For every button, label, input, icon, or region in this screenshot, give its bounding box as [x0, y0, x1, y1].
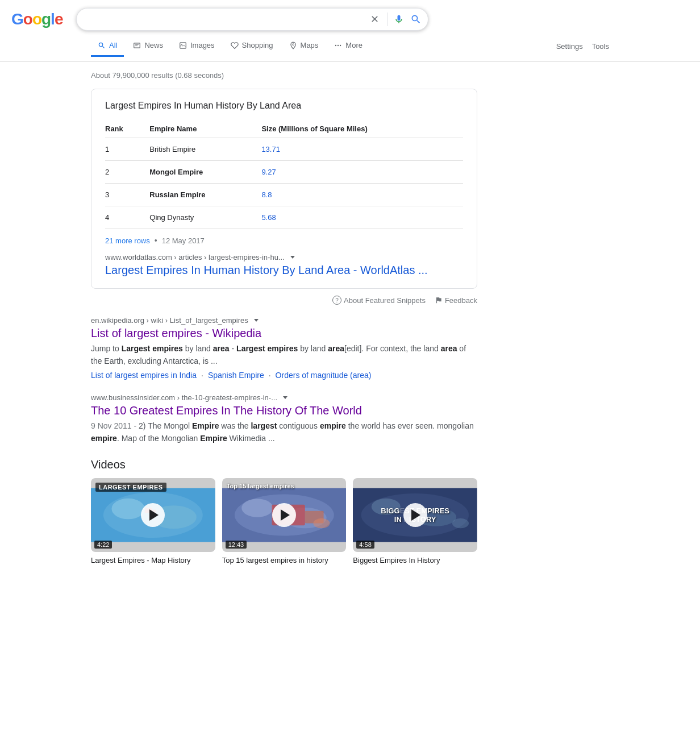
play-button[interactable]	[403, 503, 427, 527]
tab-news[interactable]: News	[126, 35, 170, 57]
cell-name: Qing Dynasty	[149, 206, 261, 229]
snippet-date: 12 May 2017	[162, 236, 205, 245]
video-title: Largest Empires - Map History	[91, 555, 215, 566]
table-row: 1British Empire13.71	[105, 138, 463, 161]
feedback-link[interactable]: Feedback	[435, 296, 477, 305]
source-dropdown-arrow[interactable]	[290, 256, 295, 259]
results-count: About 79,900,000 results (0.68 seconds)	[91, 71, 477, 80]
table-row: 3Russian Empire8.8	[105, 184, 463, 206]
table-row: 4Qing Dynasty5.68	[105, 206, 463, 229]
svg-point-17	[241, 499, 273, 517]
tab-more-label: More	[345, 41, 363, 49]
tab-all[interactable]: All	[91, 35, 124, 57]
header: Google the biggest empire by area ✕	[0, 0, 700, 31]
cell-name: Russian Empire	[149, 184, 261, 206]
cell-size: 5.68	[261, 206, 463, 229]
source-url-row: www.worldatlas.com › articles › largest-…	[105, 253, 463, 261]
tab-maps[interactable]: Maps	[282, 35, 326, 57]
result-wikipedia: en.wikipedia.org › wiki › List_of_larges…	[91, 316, 477, 380]
video-card[interactable]: BIGGEST EMPIRESIN HISTORY4:58Biggest Emp…	[353, 478, 477, 566]
cell-size: 8.8	[261, 184, 463, 206]
svg-rect-0	[134, 43, 140, 47]
images-icon	[179, 41, 187, 49]
result-dropdown-wiki[interactable]	[254, 319, 259, 322]
result-sub-links-wiki: List of largest empires in India · Spani…	[91, 371, 477, 380]
tab-all-label: All	[109, 41, 117, 49]
videos-heading: Videos	[91, 458, 477, 471]
svg-point-7	[338, 44, 339, 45]
snippet-title: Largest Empires In Human History By Land…	[105, 101, 463, 111]
col-name: Empire Name	[149, 120, 261, 138]
google-logo: Google	[11, 10, 63, 28]
tab-shopping[interactable]: Shopping	[224, 35, 280, 57]
tab-more[interactable]: More	[327, 35, 369, 57]
play-button[interactable]	[141, 503, 165, 527]
play-triangle-icon	[411, 509, 420, 521]
play-triangle-icon	[149, 509, 159, 521]
result-title-bi[interactable]: The 10 Greatest Empires In The History O…	[91, 404, 362, 417]
clear-button[interactable]: ✕	[370, 13, 381, 26]
logo-letter-e: e	[55, 10, 63, 28]
search-tab-icon	[98, 41, 106, 49]
flag-icon	[435, 296, 443, 304]
video-duration: 4:22	[94, 541, 112, 549]
divider	[387, 13, 388, 26]
shopping-icon	[231, 41, 239, 49]
video-title: Top 15 largest empires in history	[222, 555, 347, 566]
more-rows-link[interactable]: 21 more rows	[105, 236, 150, 245]
cell-rank: 4	[105, 206, 149, 229]
videos-grid: LARGEST EMPIRES4:22Largest Empires - Map…	[91, 478, 477, 566]
svg-point-8	[340, 44, 341, 45]
result-dropdown-bi[interactable]	[283, 396, 288, 399]
settings-link[interactable]: Settings	[556, 42, 583, 51]
logo-letter-l: l	[51, 10, 55, 28]
tab-images-label: Images	[190, 41, 215, 49]
play-triangle-icon	[281, 509, 290, 521]
maps-icon	[289, 41, 297, 49]
separator-1: ·	[201, 371, 203, 380]
feedback-row: ? About Featured Snippets Feedback	[91, 296, 477, 305]
snippet-link[interactable]: Largest Empires In Human History By Land…	[105, 264, 463, 277]
feedback-label: Feedback	[445, 296, 477, 305]
featured-snippet: Largest Empires In Human History By Land…	[91, 89, 477, 289]
video-thumbnail: LARGEST EMPIRES4:22	[91, 478, 215, 552]
video-card[interactable]: LARGEST EMPIRES4:22Largest Empires - Map…	[91, 478, 215, 566]
clear-icon: ✕	[370, 13, 379, 26]
svg-point-21	[313, 518, 330, 528]
search-icon	[410, 14, 422, 25]
cell-name: British Empire	[149, 138, 261, 161]
result-url-row-wiki: en.wikipedia.org › wiki › List_of_larges…	[91, 316, 477, 325]
nav-tabs: All News Images Shopping Maps More Setti…	[0, 31, 700, 62]
video-duration: 12:43	[226, 541, 247, 549]
videos-section: Videos LARGEST EMPIRES4:22Largest Empire…	[91, 458, 477, 566]
result-snippet-wiki: Jump to Largest empires by land area - L…	[91, 342, 477, 367]
video-card[interactable]: Top 15 largest empires12:43Top 15 larges…	[222, 478, 347, 566]
search-bar-wrap: the biggest empire by area ✕	[76, 8, 428, 31]
tools-link[interactable]: Tools	[592, 42, 609, 51]
video-title: Biggest Empires In History	[353, 555, 477, 566]
table-row: 2Mongol Empire9.27	[105, 161, 463, 184]
video-label: Top 15 largest empires	[227, 483, 342, 489]
news-icon	[133, 41, 141, 49]
mic-icon	[393, 14, 405, 25]
logo-letter-o1: o	[23, 10, 32, 28]
svg-point-11	[111, 499, 144, 519]
cell-name: Mongol Empire	[149, 161, 261, 184]
separator-dot: •	[155, 236, 157, 245]
tab-images[interactable]: Images	[172, 35, 222, 57]
video-duration: 4:58	[356, 541, 374, 549]
play-button[interactable]	[272, 503, 296, 527]
empire-table: Rank Empire Name Size (Millions of Squar…	[105, 120, 463, 229]
result-snippet-bi: 9 Nov 2011 - 2) The Mongol Empire was th…	[91, 420, 477, 445]
col-size: Size (Millions of Square Miles)	[261, 120, 463, 138]
svg-point-5	[292, 43, 294, 45]
search-submit-button[interactable]	[410, 14, 422, 25]
sub-link-spanish[interactable]: Spanish Empire	[208, 371, 264, 380]
sub-link-india[interactable]: List of largest empires in India	[91, 371, 197, 380]
tab-news-label: News	[144, 41, 163, 49]
voice-search-button[interactable]	[393, 14, 405, 25]
result-businessinsider: www.businessinsider.com › the-10-greates…	[91, 393, 477, 445]
about-snippets-link[interactable]: ? About Featured Snippets	[332, 296, 426, 305]
result-title-wiki[interactable]: List of largest empires - Wikipedia	[91, 327, 261, 339]
sub-link-orders[interactable]: Orders of magnitude (area)	[276, 371, 372, 380]
